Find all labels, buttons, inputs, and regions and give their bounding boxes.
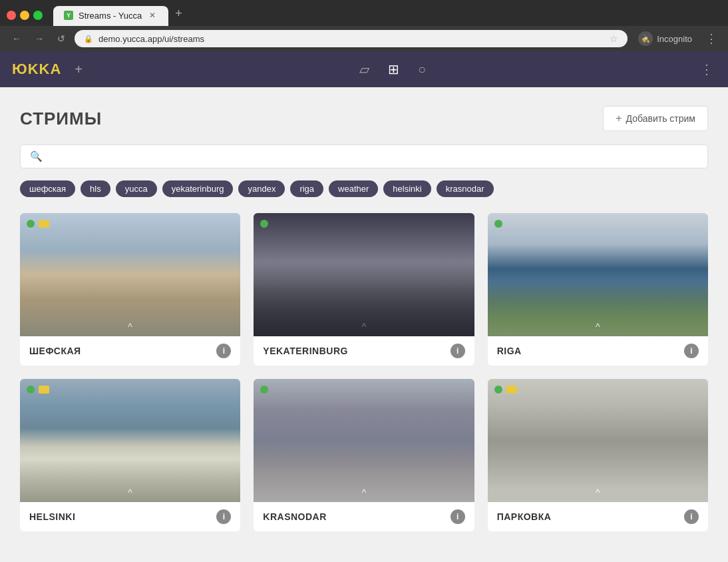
expand-icon[interactable]: ^ xyxy=(128,322,132,332)
expand-icon[interactable]: ^ xyxy=(362,322,367,332)
info-button[interactable]: i xyxy=(451,344,465,358)
info-button[interactable]: i xyxy=(684,344,699,358)
folder-indicator xyxy=(506,386,517,394)
stream-name: YEKATERINBURG xyxy=(263,346,348,356)
info-button[interactable]: i xyxy=(216,509,231,524)
tag-hls[interactable]: hls xyxy=(81,180,110,197)
page-header: СТРИМЫ + Добавить стрим xyxy=(20,106,708,131)
grid-icon[interactable]: ⊞ xyxy=(388,61,399,77)
app-add-btn[interactable]: + xyxy=(69,59,88,80)
live-indicator xyxy=(260,220,268,228)
stream-indicators xyxy=(494,220,502,228)
maximize-window-btn[interactable] xyxy=(33,11,43,20)
tag-шефская[interactable]: шефская xyxy=(20,180,75,197)
stream-card-krasnodar[interactable]: ^ KRASNODAR i xyxy=(254,379,474,531)
circle-icon[interactable]: ○ xyxy=(418,62,426,77)
live-indicator xyxy=(260,386,268,394)
main-content: СТРИМЫ + Добавить стрим 🔍 шефскаяhlsyucc… xyxy=(0,87,728,551)
stream-name: ШЕФСКАЯ xyxy=(29,346,81,356)
tag-riga[interactable]: riga xyxy=(290,180,323,197)
stream-indicators xyxy=(494,386,517,394)
add-stream-label: Добавить стрим xyxy=(626,113,695,124)
refresh-btn[interactable]: ↺ xyxy=(53,32,69,45)
app-menu-btn[interactable]: ⋮ xyxy=(697,61,716,77)
stream-thumbnail: ^ xyxy=(488,379,708,502)
stream-thumbnail: ^ xyxy=(20,379,240,502)
url-box[interactable]: 🔒 demo.yucca.app/ui/streams ☆ xyxy=(75,30,628,47)
expand-icon[interactable]: ^ xyxy=(128,487,132,498)
live-indicator xyxy=(494,220,502,228)
info-button[interactable]: i xyxy=(684,509,699,524)
stream-label-row: YEKATERINBURG i xyxy=(254,336,474,366)
search-input[interactable] xyxy=(49,151,698,162)
bookmark-icon[interactable]: ☆ xyxy=(610,33,618,44)
stream-card-yekaterinburg[interactable]: ^ YEKATERINBURG i xyxy=(254,213,474,366)
tags-container: шефскаяhlsyuccayekaterinburgyandexrigawe… xyxy=(20,180,708,197)
info-button[interactable]: i xyxy=(216,344,231,358)
tag-yandex[interactable]: yandex xyxy=(238,180,285,197)
browser-menu-btn[interactable]: ⋮ xyxy=(703,31,720,46)
stream-card-helsinki[interactable]: ^ HELSINKI i xyxy=(20,379,240,531)
folder-indicator xyxy=(39,220,49,228)
stream-indicators xyxy=(260,220,268,228)
stream-card-parkovka[interactable]: ^ ПАРКОВКА i xyxy=(488,379,708,531)
stream-thumbnail: ^ xyxy=(488,213,708,336)
info-button[interactable]: i xyxy=(451,509,465,524)
logo-y: Ю xyxy=(12,61,28,77)
add-stream-button[interactable]: + Добавить стрим xyxy=(603,106,708,131)
live-indicator xyxy=(27,386,35,394)
stream-thumbnail: ^ xyxy=(20,213,240,336)
app-bar-center: ▱ ⊞ ○ xyxy=(96,61,689,77)
tag-krasnodar[interactable]: krasnodar xyxy=(437,180,494,197)
expand-icon[interactable]: ^ xyxy=(596,322,600,332)
tag-yucca[interactable]: yucca xyxy=(116,180,157,197)
tag-yekaterinburg[interactable]: yekaterinburg xyxy=(162,180,234,197)
live-indicator xyxy=(27,220,35,228)
stream-indicators xyxy=(260,386,268,394)
tag-helsinki[interactable]: helsinki xyxy=(383,180,431,197)
stream-card-shefskaya[interactable]: ^ ШЕФСКАЯ i xyxy=(20,213,240,366)
app-logo[interactable]: ЮΚΚΑ xyxy=(12,61,61,78)
stream-indicators xyxy=(27,386,49,394)
expand-icon[interactable]: ^ xyxy=(362,487,367,498)
stream-thumbnail: ^ xyxy=(254,379,474,502)
close-window-btn[interactable] xyxy=(7,11,16,20)
back-btn[interactable]: ← xyxy=(8,32,25,45)
stream-label-row: ШЕФСКАЯ i xyxy=(20,336,240,366)
stream-thumbnail: ^ xyxy=(254,213,474,336)
tag-icon[interactable]: ▱ xyxy=(359,61,369,77)
page-title: СТРИМЫ xyxy=(20,109,102,129)
stream-label-row: HELSINKI i xyxy=(20,502,240,531)
forward-btn[interactable]: → xyxy=(31,32,48,45)
logo-kka: ΚΚΑ xyxy=(28,61,62,77)
streams-grid: ^ ШЕФСКАЯ i ^ YEKATERINBURG i ^ RIGA xyxy=(20,213,708,531)
stream-card-riga[interactable]: ^ RIGA i xyxy=(488,213,708,366)
expand-icon[interactable]: ^ xyxy=(596,487,600,498)
lock-icon: 🔒 xyxy=(84,35,93,43)
stream-name: RIGA xyxy=(497,346,522,356)
tag-weather[interactable]: weather xyxy=(329,180,378,197)
search-icon: 🔍 xyxy=(30,150,43,162)
stream-label-row: ПАРКОВКА i xyxy=(488,502,708,531)
folder-indicator xyxy=(39,386,49,394)
plus-icon: + xyxy=(616,113,622,125)
stream-indicators xyxy=(27,220,49,228)
new-tab-btn[interactable]: + xyxy=(168,4,189,26)
traffic-lights xyxy=(7,11,43,20)
address-bar: ← → ↺ 🔒 demo.yucca.app/ui/streams ☆ 🕵 In… xyxy=(0,26,728,51)
stream-name: KRASNODAR xyxy=(263,511,327,522)
app-bar: ЮΚΚΑ + ▱ ⊞ ○ ⋮ xyxy=(0,51,728,87)
tab-favicon: Y xyxy=(64,11,73,20)
tab-close-btn[interactable]: ✕ xyxy=(147,10,158,21)
stream-name: HELSINKI xyxy=(29,511,75,522)
browser-chrome: Y Streams - Yucca ✕ + ← → ↺ 🔒 demo.yucca… xyxy=(0,0,728,51)
stream-name: ПАРКОВКА xyxy=(497,511,552,522)
live-indicator xyxy=(494,386,502,394)
search-bar: 🔍 xyxy=(20,144,708,168)
active-tab[interactable]: Y Streams - Yucca ✕ xyxy=(53,6,168,26)
stream-label-row: KRASNODAR i xyxy=(254,502,474,531)
incognito-icon: 🕵 xyxy=(638,31,653,46)
minimize-window-btn[interactable] xyxy=(20,11,29,20)
incognito-area: 🕵 Incognito xyxy=(633,31,697,46)
incognito-label: Incognito xyxy=(657,34,692,44)
